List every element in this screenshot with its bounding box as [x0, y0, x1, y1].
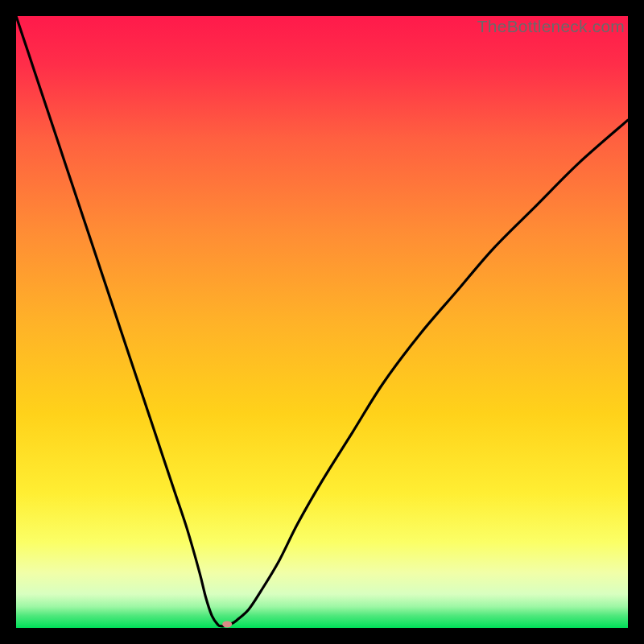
- gradient-background: [16, 16, 628, 628]
- chart-svg: [16, 16, 628, 628]
- min-point-marker: [222, 621, 232, 627]
- watermark-text: TheBottleneck.com: [477, 17, 625, 36]
- chart-frame: TheBottleneck.com: [16, 16, 628, 628]
